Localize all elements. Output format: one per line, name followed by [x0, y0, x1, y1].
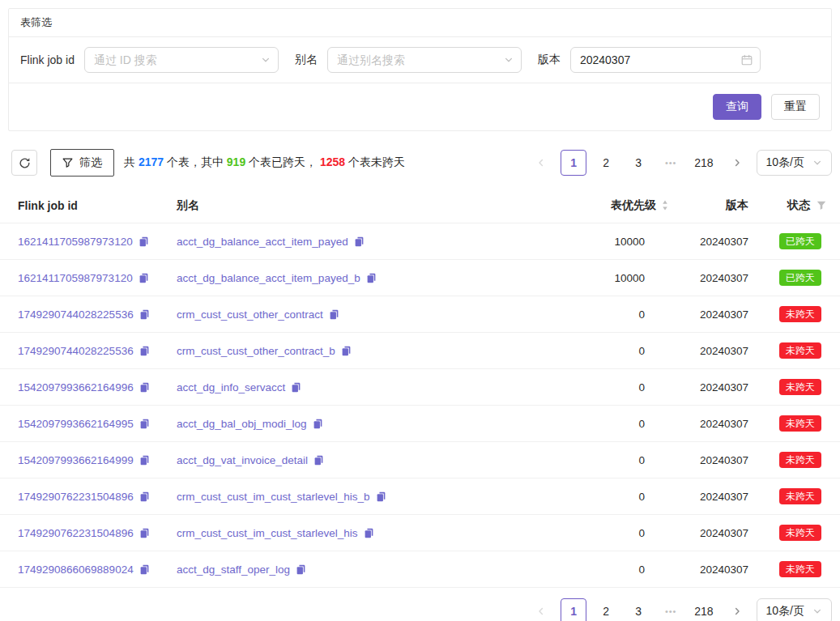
job-id-link[interactable]: 1749290866069889024 [18, 564, 134, 576]
alias-link[interactable]: crm_cust_cust_other_contract_b [177, 345, 335, 357]
job-id-link[interactable]: 1749290744028225536 [18, 308, 134, 321]
job-id-select[interactable] [84, 47, 279, 73]
prev-page-button[interactable] [528, 598, 554, 621]
column-filter-icon[interactable] [817, 201, 826, 211]
job-id-link[interactable]: 1621411705987973120 [18, 236, 133, 248]
copy-icon[interactable] [139, 419, 150, 429]
alias-select-input[interactable] [327, 47, 522, 73]
bottom-pagination-bar: 1 2 3 ••• 218 10条/页 [8, 598, 832, 621]
header-status-label: 状态 [787, 198, 810, 213]
alias-link[interactable]: acct_dg_info_servacct [177, 381, 285, 393]
page-size-select[interactable]: 10条/页 [757, 598, 832, 621]
status-badge: 已跨天 [779, 270, 821, 286]
page-button-last[interactable]: 218 [690, 150, 717, 176]
copy-icon[interactable] [139, 309, 150, 320]
refresh-button[interactable] [11, 150, 37, 176]
header-job-id: Flink job id [18, 199, 177, 212]
alias-link[interactable]: crm_cust_cust_im_cust_starlevel_his [177, 527, 358, 539]
job-id-link[interactable]: 1749290762231504896 [18, 491, 134, 503]
reset-button[interactable]: 重置 [771, 94, 820, 120]
sort-icon[interactable] [661, 199, 669, 211]
copy-icon[interactable] [139, 346, 150, 356]
crossed-count: 919 [227, 155, 245, 168]
alias-select[interactable] [327, 47, 522, 73]
copy-icon[interactable] [354, 236, 365, 247]
page-button-2[interactable]: 2 [593, 598, 619, 621]
alias-link[interactable]: crm_cust_cust_im_cust_starlevel_his_b [177, 491, 370, 503]
page-button-3[interactable]: 3 [625, 598, 651, 621]
query-button[interactable]: 查询 [713, 94, 761, 120]
copy-icon[interactable] [296, 564, 306, 575]
page-button-1[interactable]: 1 [561, 598, 586, 621]
alias-field: 别名 [295, 47, 522, 73]
uncrossed-count: 1258 [320, 155, 345, 168]
prev-page-button[interactable] [528, 150, 554, 176]
priority-value: 0 [539, 527, 669, 539]
next-page-button[interactable] [724, 150, 750, 176]
page-size-value: 10条/页 [766, 604, 804, 619]
copy-icon[interactable] [366, 273, 377, 283]
table-row: 1621411705987973120 acct_dg_balance_acct… [0, 260, 840, 296]
job-id-field: Flink job id [20, 47, 279, 73]
version-date-input[interactable] [570, 47, 761, 73]
page-button-3[interactable]: 3 [625, 150, 651, 176]
header-priority-label: 表优先级 [611, 198, 656, 213]
page-ellipsis[interactable]: ••• [658, 598, 684, 621]
copy-icon[interactable] [341, 346, 352, 356]
version-value: 20240307 [669, 236, 748, 248]
version-label: 版本 [538, 53, 561, 67]
page-button-last[interactable]: 218 [690, 598, 717, 621]
status-badge: 已跨天 [779, 233, 821, 249]
filter-button[interactable]: 筛选 [50, 149, 114, 177]
priority-value: 0 [539, 381, 669, 393]
table-body: 1621411705987973120 acct_dg_balance_acct… [0, 223, 840, 588]
priority-value: 0 [539, 345, 669, 357]
status-badge: 未跨天 [779, 488, 821, 504]
copy-icon[interactable] [329, 309, 339, 320]
pagination-top: 1 2 3 ••• 218 10条/页 [528, 150, 832, 176]
header-priority[interactable]: 表优先级 [539, 198, 669, 213]
page-size-select[interactable]: 10条/页 [757, 150, 832, 176]
copy-icon[interactable] [364, 528, 374, 538]
status-badge: 未跨天 [779, 306, 821, 322]
job-id-select-input[interactable] [84, 47, 279, 73]
copy-icon[interactable] [376, 491, 386, 502]
job-id-link[interactable]: 1749290762231504896 [18, 527, 134, 539]
summary-text: 共 [124, 155, 139, 168]
funnel-icon [62, 158, 73, 168]
version-date-picker[interactable] [570, 47, 761, 73]
alias-link[interactable]: acct_dg_vat_invoice_detail [177, 454, 308, 466]
copy-icon[interactable] [139, 382, 150, 393]
priority-value: 0 [539, 564, 669, 576]
copy-icon[interactable] [139, 273, 149, 283]
page-button-1[interactable]: 1 [561, 150, 586, 176]
job-id-link[interactable]: 1749290744028225536 [18, 345, 134, 357]
priority-value: 10000 [539, 272, 669, 284]
copy-icon[interactable] [139, 491, 150, 502]
alias-link[interactable]: acct_dg_balance_acct_item_payed [177, 236, 348, 248]
status-badge: 未跨天 [779, 379, 821, 395]
table-row: 1749290744028225536 crm_cust_cust_other_… [0, 296, 840, 333]
alias-link[interactable]: acct_dg_staff_oper_log [177, 564, 290, 576]
copy-icon[interactable] [139, 528, 150, 538]
alias-link[interactable]: acct_dg_balance_acct_item_payed_b [177, 272, 360, 284]
job-id-link[interactable]: 1542097993662164999 [18, 454, 134, 466]
copy-icon[interactable] [291, 382, 301, 393]
status-badge: 未跨天 [779, 452, 821, 468]
next-page-button[interactable] [724, 598, 750, 621]
copy-icon[interactable] [139, 564, 150, 575]
alias-link[interactable]: crm_cust_cust_other_contract [177, 308, 323, 321]
job-id-link[interactable]: 1542097993662164996 [18, 381, 134, 393]
alias-link[interactable]: acct_dg_bal_obj_modi_log [177, 418, 307, 430]
tables-table: Flink job id 别名 表优先级 版本 状态 1621411705987… [0, 188, 840, 588]
copy-icon[interactable] [313, 455, 324, 466]
pagination-bottom: 1 2 3 ••• 218 10条/页 [528, 598, 832, 621]
page-button-2[interactable]: 2 [593, 150, 619, 176]
copy-icon[interactable] [139, 455, 150, 466]
status-badge: 未跨天 [779, 561, 821, 577]
job-id-link[interactable]: 1542097993662164995 [18, 418, 134, 430]
job-id-link[interactable]: 1621411705987973120 [18, 272, 133, 284]
copy-icon[interactable] [139, 236, 149, 247]
copy-icon[interactable] [313, 419, 323, 429]
page-ellipsis[interactable]: ••• [658, 150, 684, 176]
